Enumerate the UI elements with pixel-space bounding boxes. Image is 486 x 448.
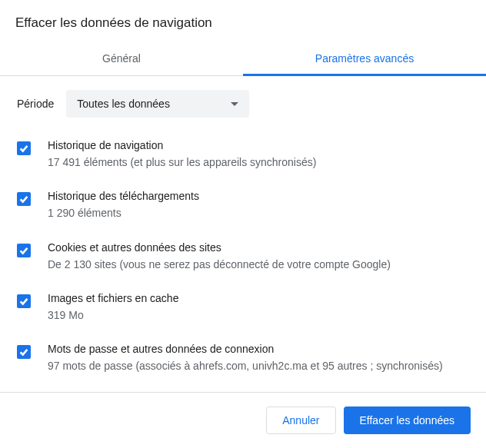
check-icon	[18, 347, 29, 357]
clear-data-button[interactable]: Effacer les données	[344, 407, 471, 434]
checkbox-passwords[interactable]	[17, 345, 31, 359]
option-title: Mots de passe et autres données de conne…	[48, 343, 477, 355]
option-subtitle: De 2 130 sites (vous ne serez pas déconn…	[48, 257, 477, 272]
option-content: Mots de passe et autres données de conne…	[48, 343, 477, 373]
option-download-history: Historique des téléchargements 1 290 élé…	[17, 190, 477, 221]
option-title: Cookies et autres données des sites	[48, 241, 477, 254]
check-icon	[18, 194, 29, 204]
checkbox-browsing-history[interactable]	[17, 141, 31, 155]
chevron-down-icon	[231, 102, 238, 106]
dialog-title: Effacer les données de navigation	[0, 0, 486, 41]
tab-advanced[interactable]: Paramètres avancés	[243, 41, 486, 75]
option-subtitle: 1 290 éléments	[48, 205, 477, 221]
option-passwords: Mots de passe et autres données de conne…	[17, 343, 477, 373]
tab-basic[interactable]: Général	[0, 41, 243, 75]
option-content: Historique des téléchargements 1 290 élé…	[48, 190, 477, 221]
period-select-value: Toutes les données	[77, 98, 170, 110]
option-cached-images: Images et fichiers en cache 319 Mo	[17, 292, 477, 323]
checkbox-cached-images[interactable]	[17, 294, 31, 308]
checkbox-cookies[interactable]	[17, 244, 31, 257]
option-title: Images et fichiers en cache	[48, 292, 477, 304]
dialog-footer: Annuler Effacer les données	[0, 392, 486, 448]
option-browsing-history: Historique de navigation 17 491 éléments…	[17, 139, 477, 170]
period-label: Période	[17, 98, 54, 110]
period-row: Période Toutes les données	[17, 90, 477, 118]
checkbox-download-history[interactable]	[17, 192, 31, 206]
option-subtitle: 97 mots de passe (associés à ahrefs.com,…	[48, 358, 477, 373]
option-title: Historique de navigation	[48, 139, 477, 151]
check-icon	[18, 143, 29, 154]
period-select[interactable]: Toutes les données	[66, 90, 249, 118]
scroll-area[interactable]: Période Toutes les données Historique de…	[0, 76, 486, 382]
option-content: Historique de navigation 17 491 éléments…	[48, 139, 477, 170]
cancel-button[interactable]: Annuler	[266, 407, 335, 434]
option-content: Images et fichiers en cache 319 Mo	[48, 292, 477, 323]
option-subtitle: 17 491 éléments (et plus sur les apparei…	[48, 154, 477, 170]
option-title: Historique des téléchargements	[48, 190, 477, 202]
option-content: Cookies et autres données des sites De 2…	[48, 241, 477, 272]
option-subtitle: 319 Mo	[48, 307, 477, 323]
option-cookies: Cookies et autres données des sites De 2…	[17, 241, 477, 272]
check-icon	[18, 296, 29, 307]
check-icon	[18, 245, 29, 256]
tabs: Général Paramètres avancés	[0, 41, 486, 76]
